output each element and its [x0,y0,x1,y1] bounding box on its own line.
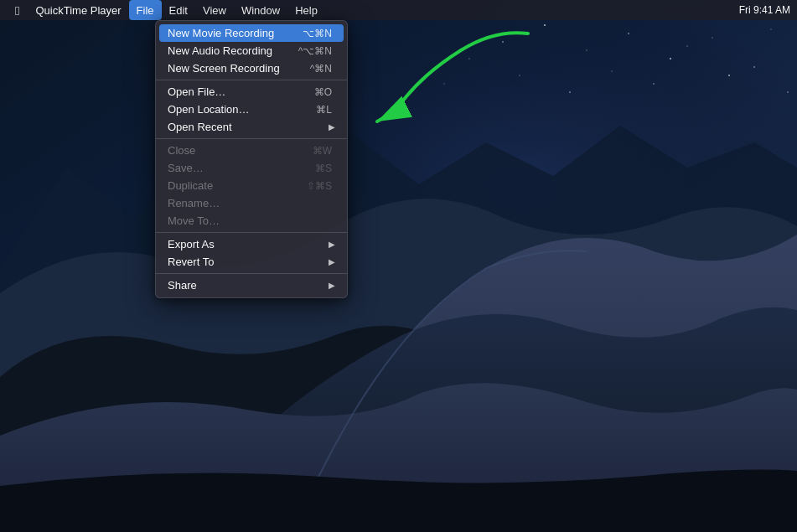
menubar-right: Fri 9:41 AM [739,4,790,16]
svg-point-18 [444,84,445,85]
window-menu-item[interactable]: Window [234,0,287,20]
svg-point-8 [753,66,755,68]
svg-point-12 [653,83,654,84]
close-item[interactable]: Close ⌘W [156,142,347,159]
svg-point-7 [712,37,712,38]
rename-label: Rename… [168,197,335,209]
help-menu-item[interactable]: Help [287,0,325,20]
revert-to-label: Revert To [168,256,329,268]
open-location-shortcut: ⌘L [316,104,332,116]
new-movie-recording-item[interactable]: New Movie Recording ⌥⌘N [159,24,344,42]
close-shortcut: ⌘W [313,145,332,157]
new-movie-recording-shortcut: ⌥⌘N [303,28,332,39]
apple-menu-item[interactable]:  [7,0,28,20]
menubar:  QuickTime Player File Edit View Window… [0,0,797,20]
quicktime-player-menu-item[interactable]: QuickTime Player [28,0,128,20]
new-audio-recording-item[interactable]: New Audio Recording ^⌥⌘N [156,42,347,59]
open-location-label: Open Location… [168,103,316,116]
new-movie-recording-label: New Movie Recording [168,27,303,39]
new-audio-recording-shortcut: ^⌥⌘N [298,45,332,57]
new-screen-recording-shortcut: ^⌘N [310,63,332,75]
open-recent-label: Open Recent [168,121,329,133]
svg-point-6 [670,58,671,59]
duplicate-shortcut: ⇧⌘S [307,180,332,192]
file-menu-dropdown: New Movie Recording ⌥⌘N New Audio Record… [155,20,348,298]
edit-menu-item[interactable]: Edit [162,0,195,20]
svg-point-17 [468,58,469,59]
svg-point-11 [612,71,613,72]
menubar-clock: Fri 9:41 AM [739,4,790,16]
open-recent-item[interactable]: Open Recent [156,118,347,136]
open-file-item[interactable]: Open File… ⌘O [156,83,347,101]
desktop:  QuickTime Player File Edit View Window… [0,0,797,532]
view-menu-item[interactable]: View [195,0,234,20]
duplicate-label: Duplicate [168,179,307,192]
close-label: Close [168,144,313,157]
desktop-wallpaper [0,0,797,532]
separator-1 [156,80,347,80]
rename-item[interactable]: Rename… [156,194,347,212]
save-item[interactable]: Save… ⌘S [156,159,347,177]
save-label: Save… [168,162,315,174]
svg-point-10 [569,91,571,93]
separator-3 [156,232,347,233]
svg-point-13 [686,45,687,46]
export-as-label: Export As [168,238,329,251]
separator-4 [156,273,347,274]
revert-to-item[interactable]: Revert To [156,253,347,271]
svg-point-4 [586,49,587,50]
svg-point-2 [502,41,504,43]
svg-point-5 [628,33,629,34]
svg-point-3 [544,24,546,26]
new-screen-recording-label: New Screen Recording [168,62,310,75]
file-menu-item[interactable]: File [129,0,162,20]
move-to-label: Move To… [168,214,335,227]
new-audio-recording-label: New Audio Recording [168,44,298,57]
new-screen-recording-item[interactable]: New Screen Recording ^⌘N [156,59,347,77]
separator-2 [156,138,347,139]
svg-point-16 [787,91,788,92]
open-location-item[interactable]: Open Location… ⌘L [156,101,347,118]
svg-point-9 [519,75,520,75]
menubar-left:  QuickTime Player File Edit View Window… [7,0,325,20]
move-to-item[interactable]: Move To… [156,212,347,230]
share-label: Share [168,279,329,292]
open-file-label: Open File… [168,85,314,98]
svg-point-14 [728,75,730,76]
export-as-item[interactable]: Export As [156,235,347,253]
share-item[interactable]: Share [156,276,347,294]
svg-point-15 [771,29,772,30]
save-shortcut: ⌘S [315,163,332,174]
duplicate-item[interactable]: Duplicate ⇧⌘S [156,177,347,194]
open-file-shortcut: ⌘O [314,86,332,98]
